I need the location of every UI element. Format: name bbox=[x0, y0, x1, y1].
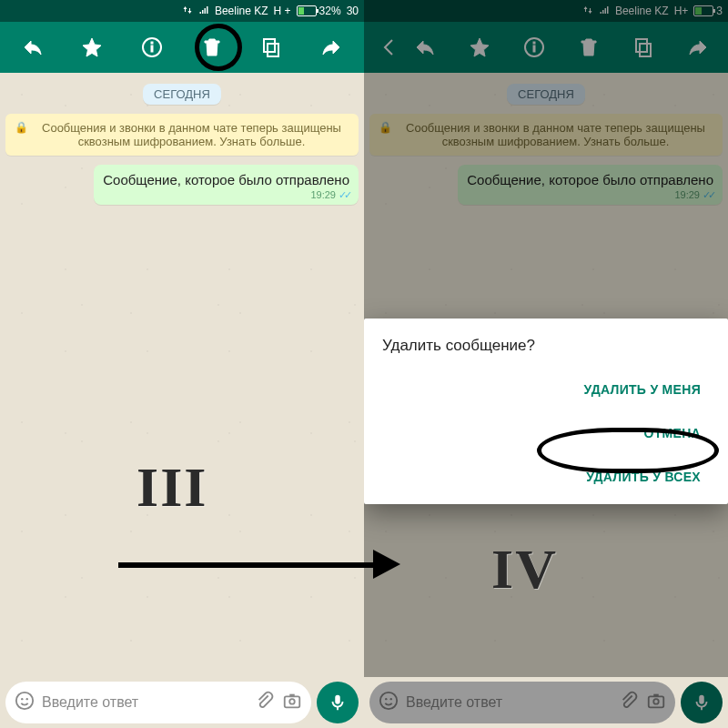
date-chip: СЕГОДНЯ bbox=[507, 84, 585, 105]
attach-icon[interactable] bbox=[255, 691, 275, 714]
encryption-banner[interactable]: 🔒 Сообщения и звонки в данном чате тепер… bbox=[5, 114, 359, 156]
emoji-icon[interactable] bbox=[15, 691, 35, 714]
svg-point-17 bbox=[385, 698, 387, 700]
svg-rect-19 bbox=[649, 696, 664, 707]
data-updown-icon bbox=[182, 5, 193, 18]
camera-icon[interactable] bbox=[282, 691, 302, 714]
carrier-label: Beeline KZ bbox=[215, 5, 268, 17]
message-text: Сообщение, которое было отправлено bbox=[103, 172, 349, 187]
svg-rect-4 bbox=[264, 39, 275, 52]
status-bar: Beeline KZ H + 32% 30 bbox=[0, 0, 364, 22]
voice-message-button[interactable] bbox=[681, 682, 723, 723]
battery-icon bbox=[693, 5, 713, 16]
star-button[interactable] bbox=[74, 29, 110, 66]
svg-point-16 bbox=[380, 693, 397, 709]
clock-fragment: 30 bbox=[347, 5, 359, 17]
forward-button[interactable] bbox=[313, 29, 349, 66]
carrier-label: Beeline KZ bbox=[615, 5, 669, 17]
svg-point-20 bbox=[653, 699, 659, 704]
voice-message-button[interactable] bbox=[317, 682, 359, 723]
screenshot-panel-right: Beeline KZ H+ 3 СЕГОДНЯ 🔒 Сообщения и зв… bbox=[364, 0, 728, 728]
chat-body: СЕГОДНЯ 🔒 Сообщения и звонки в данном ча… bbox=[0, 73, 364, 677]
message-input-placeholder: Введите ответ bbox=[406, 694, 612, 711]
svg-point-5 bbox=[16, 693, 33, 709]
message-time: 19:29 bbox=[674, 189, 700, 200]
message-input[interactable]: Введите ответ bbox=[369, 682, 675, 723]
svg-rect-21 bbox=[653, 694, 659, 697]
battery-icon bbox=[297, 5, 317, 16]
svg-point-18 bbox=[390, 698, 392, 700]
lock-icon: 🔒 bbox=[379, 121, 392, 134]
network-type-label: H + bbox=[274, 5, 291, 17]
selection-action-bar bbox=[0, 22, 364, 73]
battery-indicator: 3 bbox=[693, 5, 723, 17]
network-type-label: H+ bbox=[674, 5, 689, 17]
svg-rect-8 bbox=[285, 696, 300, 707]
svg-rect-10 bbox=[289, 694, 295, 697]
reply-button[interactable] bbox=[15, 29, 51, 66]
battery-indicator: 32% bbox=[297, 5, 341, 17]
svg-rect-13 bbox=[533, 42, 535, 44]
delete-for-everyone-button[interactable]: УДАЛИТЬ У ВСЕХ bbox=[577, 459, 710, 495]
svg-rect-2 bbox=[151, 42, 153, 44]
data-updown-icon bbox=[582, 5, 593, 18]
camera-icon[interactable] bbox=[646, 691, 666, 714]
selection-action-bar bbox=[364, 22, 728, 73]
outgoing-message[interactable]: Сообщение, которое было отправлено 19:29… bbox=[94, 165, 359, 205]
cancel-button[interactable]: ОТМЕНА bbox=[635, 415, 710, 451]
forward-button[interactable] bbox=[680, 29, 716, 66]
message-meta: 19:29 ✓✓ bbox=[467, 189, 713, 201]
svg-point-9 bbox=[289, 699, 295, 704]
emoji-icon[interactable] bbox=[379, 691, 399, 714]
signal-icon bbox=[198, 5, 209, 18]
battery-percent: 32% bbox=[319, 5, 341, 17]
date-chip: СЕГОДНЯ bbox=[143, 84, 221, 105]
signal-icon bbox=[599, 5, 610, 18]
svg-rect-12 bbox=[533, 46, 535, 52]
message-input[interactable]: Введите ответ bbox=[5, 682, 311, 723]
svg-rect-14 bbox=[640, 44, 651, 56]
attach-icon[interactable] bbox=[619, 691, 639, 714]
delete-message-dialog: Удалить сообщение? УДАЛИТЬ У МЕНЯ ОТМЕНА… bbox=[364, 318, 728, 504]
message-input-placeholder: Введите ответ bbox=[42, 694, 248, 711]
encryption-banner[interactable]: 🔒 Сообщения и звонки в данном чате тепер… bbox=[369, 114, 723, 156]
svg-rect-3 bbox=[268, 44, 278, 56]
battery-percent-fragment: 3 bbox=[716, 5, 723, 17]
svg-point-6 bbox=[21, 698, 23, 700]
delete-for-me-button[interactable]: УДАЛИТЬ У МЕНЯ bbox=[574, 371, 710, 408]
delete-button[interactable] bbox=[571, 29, 607, 66]
copy-button[interactable] bbox=[253, 29, 289, 66]
lock-icon: 🔒 bbox=[15, 121, 28, 134]
chat-body: СЕГОДНЯ 🔒 Сообщения и звонки в данном ча… bbox=[364, 73, 728, 677]
dialog-title: Удалить сообщение? bbox=[382, 337, 710, 355]
status-bar: Beeline KZ H+ 3 bbox=[364, 0, 728, 22]
message-input-bar: Введите ответ bbox=[0, 677, 364, 728]
encryption-banner-text: Сообщения и звонки в данном чате теперь … bbox=[34, 121, 349, 148]
info-button[interactable] bbox=[134, 29, 170, 66]
svg-rect-15 bbox=[636, 39, 647, 52]
copy-button[interactable] bbox=[625, 29, 662, 66]
delete-button[interactable] bbox=[194, 29, 230, 66]
screenshot-panel-left: Beeline KZ H + 32% 30 СЕГОДНЯ 🔒 Сообщени… bbox=[0, 0, 364, 728]
encryption-banner-text: Сообщения и звонки в данном чате теперь … bbox=[398, 121, 713, 148]
double-check-icon: ✓✓ bbox=[339, 189, 349, 200]
message-input-bar: Введите ответ bbox=[364, 677, 728, 728]
message-time: 19:29 bbox=[310, 189, 336, 200]
svg-rect-1 bbox=[151, 46, 153, 52]
info-button[interactable] bbox=[516, 29, 552, 66]
double-check-icon: ✓✓ bbox=[703, 189, 713, 200]
message-meta: 19:29 ✓✓ bbox=[103, 189, 349, 201]
svg-point-7 bbox=[26, 698, 28, 700]
reply-button[interactable] bbox=[407, 29, 443, 66]
star-button[interactable] bbox=[461, 29, 498, 66]
outgoing-message[interactable]: Сообщение, которое было отправлено 19:29… bbox=[458, 165, 723, 205]
message-text: Сообщение, которое было отправлено bbox=[467, 172, 713, 187]
